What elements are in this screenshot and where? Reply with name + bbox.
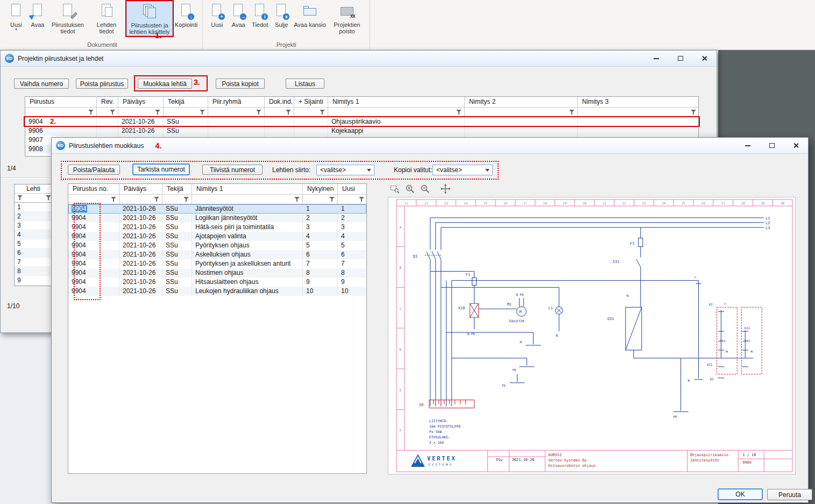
- window-titlebar[interactable]: ED Projektin piirustukset ja lehdet: [1, 51, 717, 67]
- listing-button[interactable]: Listaus: [286, 79, 324, 89]
- sheet-row[interactable]: 3: [15, 221, 53, 230]
- column-header[interactable]: Nimitys 1: [328, 97, 465, 107]
- filter-icon[interactable]: [294, 197, 300, 202]
- minimize-button[interactable]: [644, 51, 668, 67]
- maximize-button[interactable]: [760, 138, 784, 154]
- sheets-table: Piirustus no.PäiväysTekijäNimitys 1Nykyi…: [68, 183, 367, 474]
- close-button[interactable]: [784, 138, 808, 154]
- copy-selected-select[interactable]: <valitse>: [433, 165, 493, 175]
- table-row[interactable]: 99062021-10-26SSuKojekaappi: [25, 126, 698, 136]
- cell: 9904: [68, 241, 119, 250]
- table-row[interactable]: 99042021-10-26SSuNostimen ohjaus88: [68, 268, 366, 278]
- filter-icon[interactable]: [88, 110, 94, 115]
- ribbon-item-uusi[interactable]: +Uusi: [207, 1, 227, 28]
- sheet-row[interactable]: 9: [15, 276, 53, 285]
- cell: Logiikan jännitesyötöt: [192, 214, 303, 223]
- pan-icon[interactable]: [440, 183, 451, 195]
- ribbon-item-piirustuksen-tiedot[interactable]: Piirustuksen tiedot: [49, 1, 87, 35]
- column-header[interactable]: Dok.ind.: [265, 97, 294, 107]
- filter-icon[interactable]: [154, 197, 160, 202]
- column-header[interactable]: Uusi: [338, 184, 367, 194]
- table-row[interactable]: 99042021-10-26SSuHitsauslaitteen ohjaus9…: [68, 278, 366, 287]
- sheet-row[interactable]: 6: [15, 249, 53, 258]
- ribbon-item-projektien-poisto[interactable]: xxProjektien poisto: [328, 1, 366, 35]
- ribbon-item-avaa[interactable]: Avaa: [27, 1, 48, 28]
- table-row[interactable]: 99042021-10-26SSuPyörityksen ohjaus55: [68, 241, 366, 250]
- ribbon-item-kopiointi[interactable]: ↓Kopiointi: [174, 1, 199, 28]
- table-row[interactable]: 99042021-10-26SSuHätä-seis piiri ja toim…: [68, 223, 366, 232]
- table-row[interactable]: 99042021-10-26SSuLeukojen hydrauliikan o…: [68, 287, 366, 296]
- sheet-move-label: Lehtien siirto:: [272, 165, 310, 175]
- column-header[interactable]: + Sijainti: [294, 97, 328, 107]
- column-header[interactable]: Päiväys: [119, 184, 162, 194]
- table-row[interactable]: 99042021-10-26SSuJännitesyötöt11: [68, 204, 366, 214]
- delete-drawing-button[interactable]: Poista piirustus: [76, 79, 128, 89]
- ribbon-item-piirustusten-ja-lehtien-käsittely[interactable]: Piirustusten ja lehtien käsittely: [126, 1, 173, 36]
- cell: Ohjauspiirikaavio: [328, 117, 465, 126]
- zoom-in-icon[interactable]: [404, 183, 416, 195]
- filter-icon[interactable]: [110, 110, 116, 115]
- filter-icon[interactable]: [456, 110, 462, 115]
- delete-restore-button[interactable]: Poista/Palauta: [68, 165, 120, 175]
- sheet-move-select[interactable]: <valitse>: [316, 165, 374, 175]
- cell: 9904: [68, 259, 119, 268]
- ribbon-item-lehden-tiedot[interactable]: Lehden tiedot: [88, 1, 125, 35]
- table-row[interactable]: 99042021-10-26SSuPyörityksen ja askelluk…: [68, 259, 366, 268]
- sheet-row[interactable]: 4: [15, 230, 53, 239]
- filter-icon[interactable]: [17, 195, 23, 201]
- filter-icon[interactable]: [155, 110, 161, 115]
- column-header[interactable]: Tekijä: [164, 97, 208, 107]
- filter-icon[interactable]: [200, 110, 205, 115]
- column-header[interactable]: Nykyinen: [303, 184, 338, 194]
- filter-icon[interactable]: [691, 110, 697, 115]
- table-row[interactable]: 99042021-10-26SSuAskelluksen ohjaus66: [68, 250, 366, 259]
- column-header[interactable]: Nimitys 2: [465, 97, 578, 107]
- sheet-row[interactable]: 5: [15, 239, 53, 249]
- ribbon-item-uusi[interactable]: Uusi▾: [6, 1, 26, 31]
- maximize-button[interactable]: [668, 51, 692, 67]
- cancel-button[interactable]: Peruuta: [767, 489, 812, 500]
- column-header[interactable]: Päiväys: [118, 97, 164, 107]
- column-header[interactable]: Piir.ryhmä: [208, 97, 265, 107]
- ok-button[interactable]: OK: [718, 488, 763, 500]
- filter-icon[interactable]: [256, 110, 262, 115]
- change-number-button[interactable]: Vaihda numero: [14, 79, 69, 89]
- ribbon-item-tiedot[interactable]: iTiedot: [250, 1, 270, 28]
- filter-icon[interactable]: [569, 110, 575, 115]
- filter-icon[interactable]: [320, 110, 325, 115]
- close-button[interactable]: [692, 51, 717, 67]
- column-header[interactable]: Piirustus: [25, 97, 97, 107]
- filter-icon[interactable]: [359, 197, 365, 202]
- check-numbers-button[interactable]: Tarkista numerot: [132, 164, 190, 175]
- column-header[interactable]: Nimitys 3: [578, 97, 699, 107]
- edit-sheets-button[interactable]: Muokkaa lehtiä: [138, 79, 192, 89]
- sheet-row[interactable]: 7: [15, 258, 53, 267]
- filter-icon[interactable]: [183, 197, 189, 202]
- table-row[interactable]: 99042021-10-26SSuOhjauspiirikaavio: [25, 117, 698, 126]
- zoom-window-icon[interactable]: [389, 183, 401, 195]
- filter-icon[interactable]: [329, 197, 335, 202]
- minimize-button[interactable]: [735, 138, 760, 154]
- delete-copies-button[interactable]: Poista kopiot: [216, 79, 265, 89]
- column-header[interactable]: Nimitys 1: [192, 184, 303, 194]
- filter-icon[interactable]: [286, 110, 292, 115]
- ribbon-item-avaa[interactable]: →Avaa: [228, 1, 249, 28]
- cell: 2021-10-26: [119, 278, 162, 287]
- ribbon-item-avaa-kansio[interactable]: Avaa kansio: [293, 1, 327, 28]
- sheet-column-header[interactable]: Lehti: [15, 184, 53, 194]
- sheet-row[interactable]: 1: [15, 203, 53, 212]
- table-row[interactable]: 99042021-10-26SSuAjotapojen valinta44: [68, 232, 366, 241]
- sheet-row[interactable]: 2: [15, 212, 53, 221]
- sheet-row[interactable]: 8: [15, 267, 53, 276]
- filter-icon[interactable]: [111, 197, 117, 202]
- table-row[interactable]: 99042021-10-26SSuLogiikan jännitesyötöt2…: [68, 214, 366, 223]
- cell: Nostimen ohjaus: [192, 268, 303, 278]
- compact-numbers-button[interactable]: Tiivistä numerot: [202, 165, 263, 175]
- zoom-out-icon[interactable]: [419, 183, 431, 195]
- drawing-preview[interactable]: 1112131415161718192021222324252627282930…: [388, 197, 796, 474]
- column-header[interactable]: Piirustus no.: [68, 184, 119, 194]
- column-header[interactable]: Rev.: [97, 97, 118, 107]
- dialog-titlebar[interactable]: ED Piirustuslehtien muokkaus 4.: [52, 138, 808, 154]
- ribbon-item-sulje[interactable]: xSulje: [271, 1, 292, 28]
- column-header[interactable]: Tekijä: [162, 184, 192, 194]
